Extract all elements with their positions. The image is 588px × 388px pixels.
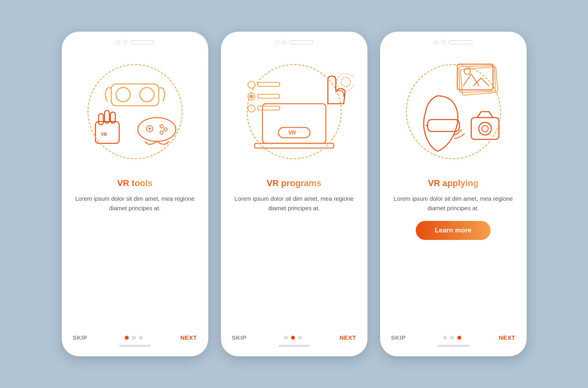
nav-dots-3 <box>443 336 461 340</box>
vr-programs-description: Lorem ipsum dolor sit dim amet, mea regi… <box>221 194 367 213</box>
vr-tools-title: VR tools <box>117 178 152 188</box>
vr-applying-icon-area <box>394 52 513 171</box>
next-button-2[interactable]: NEXT <box>339 334 356 341</box>
next-button-3[interactable]: NEXT <box>499 334 515 341</box>
phone-vr-programs: VR <box>221 32 367 356</box>
skip-button-3[interactable]: SKIP <box>391 334 406 341</box>
phone-2-nav: SKIP NEXT <box>232 334 356 341</box>
phone-1-bottom: SKIP NEXT <box>62 334 208 347</box>
dot-1-3 <box>139 336 143 340</box>
dot-2-1 <box>284 336 288 340</box>
learn-more-button[interactable]: Learn more <box>416 221 491 240</box>
phone-camera-dot-1 <box>116 40 120 44</box>
phone-camera-dot-3 <box>434 40 438 44</box>
phones-container: VR VR tools Lorem ipsum dolor sit dim am… <box>62 32 527 356</box>
dashed-circle-3 <box>406 64 501 159</box>
svg-point-29 <box>337 73 354 91</box>
phone-1-nav: SKIP NEXT <box>73 334 197 341</box>
svg-point-28 <box>341 77 350 87</box>
vr-programs-title: VR programs <box>266 178 321 188</box>
nav-dots-1 <box>125 336 143 340</box>
vr-applying-description: Lorem ipsum dolor sit dim amet, mea regi… <box>380 194 527 213</box>
phone-camera-dot-2 <box>275 40 279 44</box>
phone-speaker-pill-1 <box>130 40 154 44</box>
dot-1-2 <box>132 336 136 340</box>
phone-speaker-dot-3 <box>441 40 445 44</box>
dot-3-2 <box>450 336 454 340</box>
vr-tools-icon-area: VR <box>76 52 194 171</box>
dashed-circle-2 <box>247 64 342 159</box>
home-bar-2 <box>278 345 310 347</box>
dot-3-1 <box>443 336 447 340</box>
phone-speaker-pill-3 <box>449 40 472 44</box>
dashed-circle-1 <box>88 64 183 159</box>
vr-programs-icon-area: VR <box>235 52 354 171</box>
phone-speaker-dot-2 <box>282 40 286 44</box>
next-button-1[interactable]: NEXT <box>180 334 197 341</box>
phone-2-bottom: SKIP NEXT <box>221 334 367 347</box>
dot-1-1 <box>125 336 129 340</box>
home-bar-1 <box>119 345 151 347</box>
home-bar-3 <box>438 345 469 347</box>
skip-button-1[interactable]: SKIP <box>73 334 88 341</box>
skip-button-2[interactable]: SKIP <box>232 334 247 341</box>
nav-dots-2 <box>284 336 302 340</box>
phone-vr-tools: VR VR tools Lorem ipsum dolor sit dim am… <box>62 32 208 356</box>
phone-vr-applying: VR applying Lorem ipsum dolor sit dim am… <box>380 32 527 356</box>
phone-3-bottom: SKIP NEXT <box>380 334 527 347</box>
phone-3-nav: SKIP NEXT <box>391 334 516 341</box>
phone-top-bar-1 <box>116 40 154 44</box>
vr-applying-title: VR applying <box>428 178 478 188</box>
dot-2-2 <box>291 336 295 340</box>
phone-top-bar-2 <box>275 40 313 44</box>
vr-tools-description: Lorem ipsum dolor sit dim amet, mea regi… <box>62 194 208 213</box>
phone-speaker-dot-1 <box>123 40 127 44</box>
dot-3-3 <box>457 336 461 340</box>
phone-speaker-pill-2 <box>289 40 313 44</box>
dot-2-3 <box>298 336 302 340</box>
phone-top-bar-3 <box>434 40 472 44</box>
